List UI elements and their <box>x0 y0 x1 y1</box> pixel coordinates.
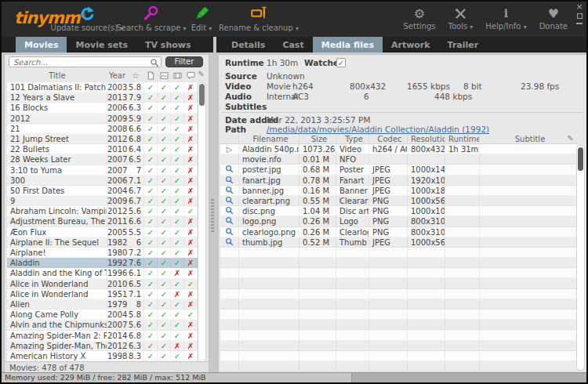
movie-row[interactable]: 101 Dalmatians II: Patch's Lo... 2003 5.… <box>7 82 198 92</box>
star-icon[interactable]: ☆ <box>127 70 144 82</box>
toolbar-action-rename-cleanup[interactable]: Rename & cleanup ▾ <box>222 4 296 32</box>
gear-icon[interactable]: ⚙ <box>414 5 425 21</box>
toolbar-action-tools[interactable]: Tools ▾ <box>448 5 474 31</box>
zoom-preview-icon[interactable] <box>225 196 234 205</box>
zoom-preview-icon[interactable] <box>225 186 234 194</box>
movie-row[interactable]: 28 Weeks Later 2007 6.5 ✓ ✓ ✓ ✗ <box>7 154 198 165</box>
file-row[interactable]: movie.nfo 0.01 M NFO <box>220 154 577 165</box>
file-action-cell[interactable] <box>220 278 239 288</box>
movie-row[interactable]: Alien 1979 8 ✓ ✓ ✓ ✗ <box>7 299 198 310</box>
movie-row[interactable]: 12 Years a Slave 2013 7.9 ✓ ✓ ✓ ✗ <box>7 92 198 103</box>
movie-row[interactable]: 9 2009 6.7 ✓ ✓ ✓ ✗ <box>7 196 198 206</box>
minimize-icon[interactable] <box>576 21 583 24</box>
column-header-type[interactable]: Type <box>336 134 369 143</box>
column-header-codec[interactable]: Codec <box>369 134 408 143</box>
panel-splitter[interactable] <box>210 54 216 373</box>
movie-row[interactable]: Amazing Spider-Man 2: Rise ... 2014 6.8 … <box>7 331 198 341</box>
file-action-cell[interactable] <box>220 330 239 339</box>
toolbar-action-update-sources[interactable]: Update source(s) ▾ <box>51 4 123 32</box>
file-action-cell[interactable] <box>220 258 239 267</box>
zoom-preview-icon[interactable] <box>225 237 234 246</box>
file-row[interactable]: ▷ Aladdin 540p.mp4 1073.26 M Video h264 … <box>220 144 577 154</box>
toolbar-label[interactable]: Search & scrape ▾ <box>116 24 186 32</box>
file-row[interactable]: logo.png 0.26 M Logo PNG 800x310 <box>220 216 577 226</box>
file-row[interactable] <box>220 268 577 278</box>
file-action-cell[interactable] <box>220 320 239 329</box>
column-config-icon[interactable]: ✎ <box>198 70 205 78</box>
search-input[interactable] <box>9 57 161 67</box>
toolbar-action-settings[interactable]: ⚙ Settings <box>403 5 435 31</box>
file-action-cell[interactable] <box>220 310 239 319</box>
column-header-subtitle[interactable]: Subtitle <box>480 134 577 143</box>
file-row[interactable] <box>220 310 577 320</box>
images-icon[interactable] <box>158 70 171 82</box>
column-header-filename[interactable]: Filename <box>239 134 299 143</box>
file-row[interactable] <box>220 278 577 288</box>
column-config-icon[interactable]: ✎ <box>568 134 574 143</box>
tab-media-files[interactable]: Media files <box>313 37 383 53</box>
tab-details[interactable]: Details <box>223 37 274 53</box>
movie-row[interactable]: 300 2006 7.1 ✓ ✓ ✓ ✗ <box>7 176 198 186</box>
file-action-cell[interactable] <box>220 237 239 247</box>
file-action-cell[interactable] <box>220 206 239 216</box>
file-row[interactable]: banner.jpg 0.16 M Banner JPEG 1000x185 <box>220 186 577 196</box>
zoom-preview-icon[interactable] <box>225 165 234 173</box>
movie-row[interactable]: 22 Bullets 2010 6.4 ✓ ✓ ✓ ✗ <box>7 144 198 154</box>
trailer-icon[interactable] <box>171 70 184 82</box>
file-action-cell[interactable] <box>220 196 239 205</box>
column-header-title[interactable]: Title <box>7 70 107 82</box>
toolbar-label[interactable]: Help/Info ▾ <box>485 22 526 31</box>
movie-row[interactable]: Along Came Polly 2004 5.8 ✓ ✓ ✓ ✓ <box>7 310 198 320</box>
heart-icon[interactable]: ♥ <box>548 5 559 21</box>
file-row[interactable] <box>220 258 577 268</box>
tab-artwork[interactable]: Artwork <box>383 37 439 53</box>
tools-icon[interactable] <box>454 5 467 21</box>
file-action-cell[interactable] <box>220 248 239 257</box>
movie-row[interactable]: Æon Flux 2005 5.5 ✓ ✓ ✓ ✗ <box>7 227 198 237</box>
tab-trailer[interactable]: Trailer <box>439 37 488 53</box>
column-header-runtime[interactable]: Runtime <box>445 134 480 143</box>
toolbar-action-edit[interactable]: Edit ▾ <box>183 4 220 32</box>
file-action-cell[interactable]: ▷ <box>220 144 239 154</box>
info-icon[interactable]: i <box>504 5 508 21</box>
toolbar-label[interactable]: Rename & cleanup ▾ <box>219 24 299 32</box>
watched-checkbox[interactable]: ✓ <box>336 58 346 67</box>
movie-row[interactable]: 3:10 to Yuma 2007 7 ✓ ✓ ✓ ✗ <box>7 165 198 176</box>
scrollbar-thumb[interactable] <box>578 147 583 171</box>
movie-row[interactable]: 21 Jump Street 2012 6.8 ✓ ✓ ✓ ✗ <box>7 134 198 144</box>
splitter-handle[interactable] <box>211 199 214 232</box>
movie-row[interactable]: Airplane! 1980 7.2 ✓ ✓ ✓ ✗ <box>7 248 198 258</box>
file-row[interactable]: fanart.jpg 0.78 M Fanart JPEG 1920x1080 <box>220 176 577 186</box>
toolbar-action-help[interactable]: i Help/Info ▾ <box>485 5 526 31</box>
movie-list-scrollbar[interactable] <box>198 82 206 362</box>
tab-movie-sets[interactable]: Movie sets <box>67 37 136 53</box>
movie-row[interactable]: Airplane II: The Sequel 1982 6 ✓ ✓ ✓ ✗ <box>7 237 198 248</box>
file-action-cell[interactable] <box>220 165 239 174</box>
movie-row[interactable]: Aladdin 1992 7.6 ✓ ✓ ✓ ✗ <box>7 258 198 268</box>
file-action-cell[interactable] <box>220 176 239 185</box>
refresh-icon[interactable] <box>78 4 96 23</box>
file-row[interactable]: disc.png 1.04 M Disc art PNG 1000x1000 <box>220 206 577 216</box>
zoom-preview-icon[interactable] <box>225 206 234 215</box>
scrollbar-thumb[interactable] <box>199 84 205 106</box>
toolbar-label[interactable]: Update source(s) ▾ <box>51 24 124 32</box>
zoom-preview-icon[interactable] <box>225 216 234 225</box>
movie-row[interactable]: 16 Blocks 2006 6.3 ✓ ✓ ✓ ✗ <box>7 103 198 113</box>
maximize-icon[interactable] <box>577 13 583 19</box>
subtitles-icon[interactable] <box>184 70 198 82</box>
file-row[interactable]: thumb.jpg 0.52 M Thumb JPEG 1000x562 <box>220 237 577 248</box>
file-row[interactable]: poster.jpg 0.68 M Poster JPEG 1000x1426 <box>220 165 577 175</box>
file-row[interactable] <box>220 248 577 258</box>
file-action-cell[interactable] <box>220 341 239 350</box>
movie-row[interactable]: 50 First Dates 2004 6.7 ✓ ✓ ✓ ✗ <box>7 186 198 196</box>
file-action-cell[interactable] <box>220 216 239 226</box>
file-action-cell[interactable] <box>220 186 239 195</box>
search-box[interactable] <box>9 56 162 67</box>
movie-row[interactable]: Abraham Lincoln: Vampire H... 2012 5.6 ✓… <box>7 206 198 216</box>
toolbar-label[interactable]: Settings <box>403 22 435 31</box>
rename-cleanup-icon[interactable] <box>249 4 268 23</box>
movie-row[interactable]: Alvin and the Chipmunks 2007 5.6 ✓ ✓ ✓ ✗ <box>7 320 198 330</box>
movie-row[interactable]: Adjustment Bureau, The 2011 6.6 ✓ ✓ ✓ ✗ <box>7 216 198 226</box>
file-row[interactable] <box>220 299 577 310</box>
file-action-cell[interactable] <box>220 289 239 299</box>
